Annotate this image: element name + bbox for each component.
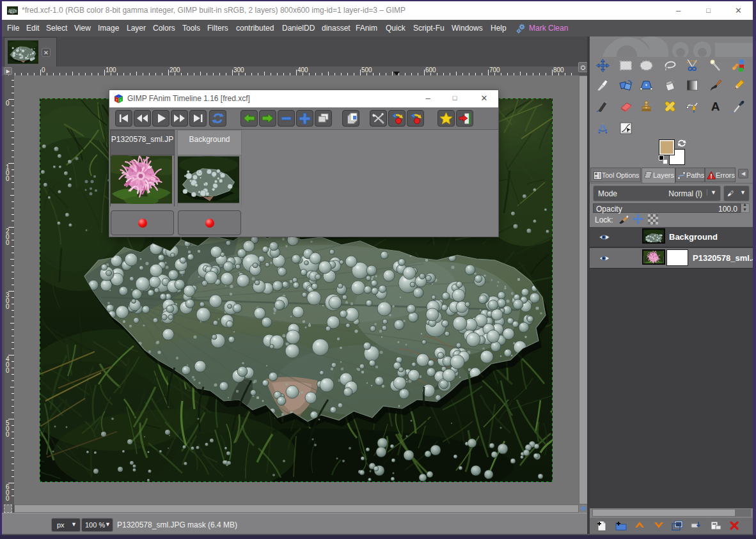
svg-text:K: K bbox=[120, 99, 122, 102]
svg-text:T: T bbox=[116, 99, 118, 102]
svg-text:A: A bbox=[711, 100, 720, 113]
